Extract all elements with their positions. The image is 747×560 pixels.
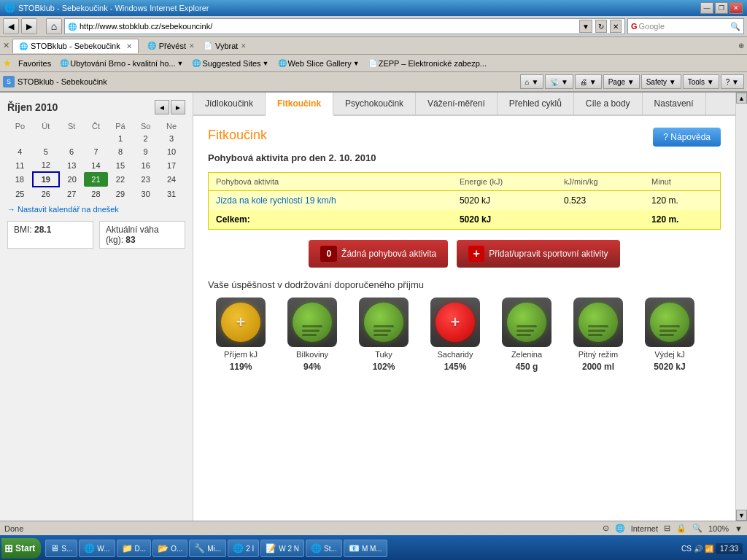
favorites-item-2[interactable]: 🌐 Web Slice Gallery ▼: [276, 58, 362, 69]
favorites-item-0[interactable]: 🌐 Ubytování Brno - kvalitní ho... ▼: [58, 58, 185, 69]
taskbar-item-0[interactable]: 🖥S...: [45, 540, 77, 557]
calendar-day[interactable]: 26: [33, 187, 59, 201]
calendar-day[interactable]: 17: [158, 158, 185, 172]
content-inner: ? Nápověda Fitkoučink Pohybová aktivita …: [193, 116, 735, 384]
activity-table: Pohybová aktivitaEnergie (kJ)kJ/min/kgMi…: [208, 172, 721, 230]
calendar-day[interactable]: 23: [133, 172, 158, 187]
stop-button[interactable]: ✕: [610, 20, 622, 33]
calendar-day[interactable]: 9: [133, 145, 158, 158]
calendar-day[interactable]: 6: [59, 145, 84, 158]
calendar-day[interactable]: 27: [59, 187, 84, 201]
taskbar-item-8[interactable]: 📧M M...: [344, 540, 387, 557]
taskbar-item-4[interactable]: 🔧Mi...: [189, 540, 226, 557]
calendar-day[interactable]: 8: [108, 145, 133, 158]
favorites-star-icon: ★: [3, 58, 12, 69]
print-btn[interactable]: 🖨 ▼: [575, 74, 602, 89]
address-bar[interactable]: 🌐 http://www.stobklub.cz/sebekouncink/ ▼…: [64, 18, 625, 34]
favorites-bar: ★ Favorites 🌐 Ubytování Brno - kvalitní …: [0, 55, 747, 72]
calendar-day[interactable]: 18: [7, 172, 33, 187]
content-tab-v--en--m--en-[interactable]: Vážení-měření: [416, 93, 498, 114]
go-button[interactable]: ▼: [579, 20, 592, 33]
calendar-day[interactable]: 11: [7, 158, 33, 172]
page-btn[interactable]: Page ▼: [603, 74, 640, 89]
no-activity-button[interactable]: 0 Žádná pohybová aktivita: [309, 240, 448, 268]
search-bar[interactable]: G Google 🔍: [627, 18, 744, 34]
scroll-up-button[interactable]: ▲: [736, 93, 747, 104]
close-button[interactable]: ✕: [729, 2, 743, 14]
calendar-day[interactable]: 31: [158, 187, 185, 201]
taskbar-item-5[interactable]: 🌐2 I: [228, 540, 259, 557]
calendar-day-header: St: [59, 120, 84, 132]
calendar-day[interactable]: 19: [33, 172, 59, 187]
refresh-button[interactable]: ↻: [595, 20, 607, 33]
start-button[interactable]: ⊞ Start: [1, 538, 41, 559]
restore-button[interactable]: ❐: [715, 2, 728, 14]
fav-icon-1: 🌐: [192, 59, 201, 67]
favorites-label[interactable]: Favorites: [16, 58, 53, 69]
calendar-day[interactable]: 12: [33, 158, 59, 172]
tools-btn[interactable]: Tools ▼: [683, 74, 719, 89]
content-tab-fitkou-ink[interactable]: Fitkoučink: [266, 93, 333, 116]
fav-dropdown-0[interactable]: ▼: [177, 60, 184, 67]
stat-label-4: Zelenina: [511, 350, 542, 359]
calendar-day[interactable]: 1: [108, 132, 133, 145]
tab-close-icon[interactable]: ✕: [126, 42, 132, 50]
favorites-item-3[interactable]: 📄 ZEPP – Elektronické zabezp...: [366, 58, 489, 69]
feeds-btn[interactable]: 📡 ▼: [545, 74, 573, 89]
add-activity-button[interactable]: + Přidat/upravit sportovní aktivity: [457, 240, 619, 268]
fav-dropdown-2[interactable]: ▼: [353, 60, 360, 67]
activity-col-header: Energie (kJ): [452, 173, 557, 191]
calendar-day[interactable]: 3: [158, 132, 185, 145]
content-tab-nastaven-[interactable]: Nastavení: [643, 93, 706, 114]
content-tab-c-le-a-body[interactable]: Cíle a body: [574, 93, 643, 114]
calendar-day[interactable]: 4: [7, 145, 33, 158]
calendar-day[interactable]: 25: [7, 187, 33, 201]
calendar-day[interactable]: 28: [84, 187, 107, 201]
help-button[interactable]: ? Nápověda: [653, 128, 721, 147]
calendar-day[interactable]: 15: [108, 158, 133, 172]
fav-dropdown-1[interactable]: ▼: [263, 60, 269, 67]
calendar-day[interactable]: 20: [59, 172, 84, 187]
bmi-value: 28.1: [34, 225, 51, 235]
calendar-day[interactable]: 29: [108, 187, 133, 201]
content-tab-psychokou-ink[interactable]: Psychokoučink: [333, 93, 416, 114]
taskbar-item-1[interactable]: 🌐W...: [79, 540, 115, 557]
prev-month-button[interactable]: ◄: [155, 100, 169, 114]
calendar-day: [7, 132, 33, 145]
scroll-down-button[interactable]: ▼: [736, 510, 747, 521]
taskbar-item-6[interactable]: 📝W 2 N: [260, 540, 304, 557]
stat-value-0: 119%: [230, 362, 252, 372]
calendar-day[interactable]: 22: [108, 172, 133, 187]
calendar-day[interactable]: 5: [33, 145, 59, 158]
activity-col-header: kJ/min/kg: [557, 173, 644, 191]
search-icon[interactable]: 🔍: [730, 22, 740, 31]
calendar-day[interactable]: 14: [84, 158, 107, 172]
calendar-day[interactable]: 13: [59, 158, 84, 172]
calendar-day[interactable]: 2: [133, 132, 158, 145]
calendar-nav: ◄ ►: [155, 100, 185, 114]
favorites-item-1[interactable]: 🌐 Suggested Sites ▼: [190, 58, 271, 69]
help-btn[interactable]: ? ▼: [721, 74, 744, 89]
forward-button[interactable]: ▶: [21, 18, 37, 34]
calendar-day[interactable]: 7: [84, 145, 107, 158]
page-controls: ⌂ ▼ 📡 ▼ 🖨 ▼ Page ▼ Safety ▼ Tools ▼ ? ▼: [520, 74, 744, 89]
minimize-button[interactable]: —: [700, 2, 713, 14]
taskbar-item-3[interactable]: 📂O...: [152, 540, 187, 557]
calendar-day[interactable]: 21: [84, 172, 107, 187]
safety-btn[interactable]: Safety ▼: [641, 74, 681, 89]
calendar-day[interactable]: 30: [133, 187, 158, 201]
calendar-day[interactable]: 16: [133, 158, 158, 172]
set-today-link[interactable]: → Nastavit kalendář na dnešek: [7, 205, 185, 214]
back-button[interactable]: ◀: [3, 18, 19, 34]
home-icon-btn[interactable]: ⌂ ▼: [520, 74, 544, 89]
content-tab-p-ehled-cykl-[interactable]: Přehled cyklů: [498, 93, 574, 114]
activity-row: Jízda na kole rychlostí 19 km/h5020 kJ0.…: [209, 191, 721, 211]
home-button[interactable]: ⌂: [46, 18, 62, 34]
calendar-day[interactable]: 10: [158, 145, 185, 158]
tab-stobklub[interactable]: 🌐 STOBklub - Sebekoučink ✕: [12, 39, 139, 53]
next-month-button[interactable]: ►: [171, 100, 185, 114]
taskbar-item-2[interactable]: 📁D...: [117, 540, 152, 557]
calendar-day[interactable]: 24: [158, 172, 185, 187]
taskbar-item-7[interactable]: 🌐St...: [306, 540, 342, 557]
content-tab-j-dlokou-ink[interactable]: Jídlokoučink: [193, 93, 266, 114]
